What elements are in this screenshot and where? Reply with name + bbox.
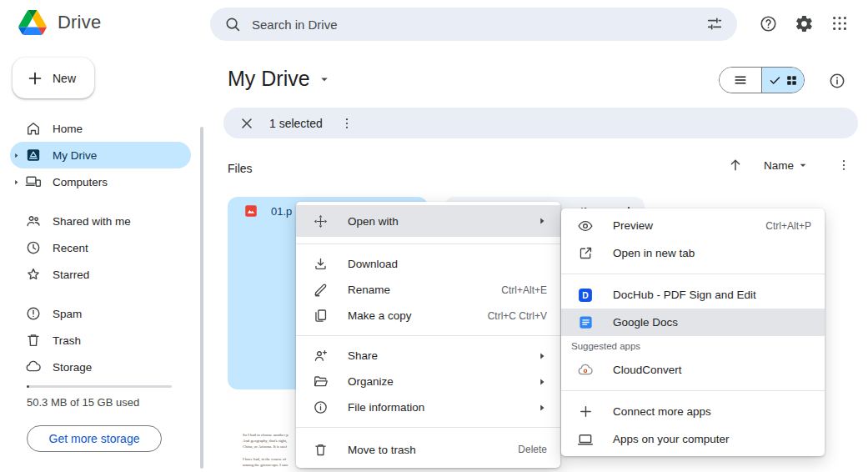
grid-icon (785, 74, 798, 87)
menu-divider (561, 390, 825, 391)
open-with-submenu: Preview Ctrl+Alt+P Open in new tab D Doc… (561, 208, 825, 456)
menu-divider (296, 244, 560, 244)
google-docs-icon (577, 314, 594, 330)
cloudconvert-icon (577, 362, 594, 379)
folder-icon (312, 374, 329, 389)
search-bar[interactable]: Search in Drive (210, 8, 737, 41)
submenu-item-open-in-new-tab[interactable]: Open in new tab (561, 239, 825, 267)
get-more-storage-button[interactable]: Get more storage (27, 425, 162, 452)
menu-item-share[interactable]: Share (296, 343, 560, 369)
page-title[interactable]: My Drive (228, 67, 332, 91)
laptop-icon (577, 431, 594, 448)
menu-item-rename[interactable]: Rename Ctrl+Alt+E (296, 277, 560, 303)
file-name: 01.p (271, 205, 292, 218)
sidebar-item-my-drive[interactable]: My Drive (10, 142, 191, 168)
grid-view-button[interactable] (762, 68, 804, 93)
info-icon (312, 399, 329, 415)
submenu-arrow-icon (537, 351, 547, 361)
my-drive-icon (25, 147, 42, 163)
topbar: Drive Search in Drive (0, 0, 868, 48)
suggested-apps-label: Suggested apps (561, 336, 825, 356)
check-icon (769, 74, 781, 87)
sidebar-item-shared-with-me[interactable]: Shared with me (10, 208, 191, 234)
submenu-item-apps-on-your-computer[interactable]: Apps on your computer (561, 425, 825, 453)
menu-item-open-with[interactable]: Open with (296, 205, 560, 237)
files-more-icon[interactable] (836, 158, 851, 173)
clock-icon (25, 239, 42, 256)
submenu-item-dochub[interactable]: D DocHub - PDF Sign and Edit (561, 281, 825, 309)
search-icon[interactable] (223, 15, 242, 33)
google-apps-grid-icon[interactable] (823, 7, 856, 40)
sidebar-item-recent[interactable]: Recent (10, 234, 191, 261)
menu-divider (561, 274, 825, 274)
submenu-item-google-docs[interactable]: Google Docs (561, 309, 825, 336)
settings-gear-icon[interactable] (787, 7, 820, 40)
sidebar-item-trash[interactable]: Trash (10, 327, 191, 354)
sidebar-item-spam[interactable]: Spam (10, 300, 191, 327)
expand-caret-icon[interactable] (13, 152, 20, 159)
sidebar-item-storage[interactable]: Storage (10, 354, 191, 380)
pencil-icon (312, 282, 329, 298)
submenu-arrow-icon (537, 216, 547, 226)
list-icon (733, 73, 748, 88)
spam-icon (25, 305, 42, 322)
submenu-item-connect-more-apps[interactable]: Connect more apps (561, 398, 825, 425)
cloud-icon (25, 359, 42, 375)
drive-triangle-icon (18, 10, 47, 35)
shared-people-icon (25, 213, 42, 229)
sidebar-scrollbar[interactable] (200, 127, 203, 469)
sidebar-item-computers[interactable]: Computers (10, 168, 191, 195)
menu-item-organize[interactable]: Organize (296, 369, 560, 394)
sidebar-item-starred[interactable]: Starred (10, 261, 191, 288)
person-add-icon (312, 348, 329, 364)
home-icon (25, 120, 42, 137)
list-view-button[interactable] (720, 68, 761, 93)
sort-direction-icon[interactable] (727, 157, 744, 173)
sidebar-nav: Home My Drive Computers (10, 115, 191, 380)
submenu-item-cloudconvert[interactable]: CloudConvert (561, 356, 825, 384)
help-button[interactable] (751, 7, 785, 40)
eye-icon (577, 218, 594, 234)
menu-divider (296, 335, 560, 336)
storage-progress-bar (27, 385, 172, 388)
computers-icon (25, 173, 42, 190)
new-button[interactable]: New (13, 58, 94, 98)
search-input[interactable]: Search in Drive (252, 18, 705, 32)
dochub-icon: D (577, 287, 594, 304)
open-with-icon (312, 213, 329, 229)
menu-item-make-a-copy[interactable]: Make a copy Ctrl+C Ctrl+V (296, 303, 560, 329)
chevron-down-icon (796, 158, 810, 172)
copy-icon (312, 308, 329, 324)
menu-item-download[interactable]: Download (296, 251, 560, 277)
trash-icon (25, 332, 42, 349)
storage-usage-text: 50.3 MB of 15 GB used (27, 396, 139, 409)
details-info-icon[interactable] (827, 71, 847, 91)
open-in-new-icon (577, 245, 594, 261)
svg-text:D: D (582, 290, 589, 299)
plus-icon (26, 69, 44, 88)
selection-more-icon[interactable] (339, 116, 354, 131)
submenu-item-preview[interactable]: Preview Ctrl+Alt+P (561, 212, 825, 239)
trash-icon (312, 442, 329, 458)
search-options-icon[interactable] (705, 15, 724, 33)
plus-icon (577, 404, 594, 419)
submenu-arrow-icon (537, 403, 547, 413)
drive-logo[interactable]: Drive (18, 10, 101, 35)
sort-by-name[interactable]: Name (764, 158, 810, 172)
expand-caret-icon[interactable] (13, 178, 20, 186)
download-icon (312, 256, 329, 272)
submenu-arrow-icon (537, 377, 547, 387)
image-file-icon (243, 203, 258, 218)
star-icon (25, 266, 42, 283)
context-menu: Open with Download Rename Ctrl+Alt+E (296, 202, 560, 468)
menu-divider (296, 427, 560, 428)
clear-selection-icon[interactable] (238, 115, 255, 132)
menu-item-move-to-trash[interactable]: Move to trash Delete (296, 434, 560, 464)
selection-toolbar: 1 selected (223, 108, 858, 138)
sidebar-item-home[interactable]: Home (10, 115, 191, 142)
chevron-down-icon (317, 72, 332, 87)
menu-item-file-information[interactable]: File information (296, 394, 560, 420)
files-section-heading: Files (228, 162, 253, 175)
selected-count: 1 selected (269, 117, 323, 130)
view-toggle (719, 67, 805, 93)
